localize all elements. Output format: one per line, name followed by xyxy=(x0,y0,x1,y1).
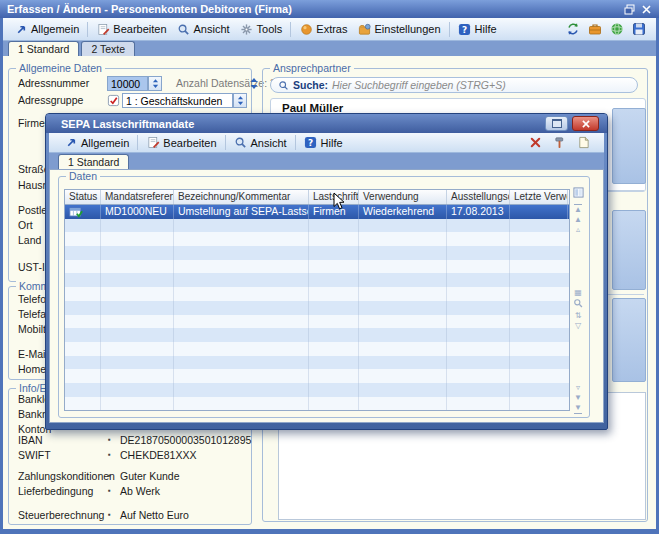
column-header-4[interactable]: Verwendung xyxy=(359,190,447,204)
move-up-icon[interactable]: ▲ xyxy=(574,215,582,225)
go-last-icon[interactable]: ▼ xyxy=(574,403,582,414)
hammer-icon[interactable] xyxy=(552,136,566,150)
move-down-icon[interactable]: ▼ xyxy=(574,393,582,403)
table-row-empty[interactable] xyxy=(65,287,569,301)
table-cell xyxy=(309,315,359,329)
edit-check-icon[interactable] xyxy=(106,93,120,107)
close-icon[interactable] xyxy=(642,5,651,14)
menu-einstellungen[interactable]: Einstellungen xyxy=(352,20,445,38)
menu-label: Tools xyxy=(257,23,283,35)
go-first-icon[interactable]: ▲ xyxy=(574,204,582,215)
table-row-empty[interactable] xyxy=(65,356,569,370)
table-row-empty[interactable] xyxy=(65,260,569,274)
table-cell xyxy=(359,369,447,383)
table-cell xyxy=(447,397,510,411)
table-cell xyxy=(174,246,309,260)
table-cell xyxy=(65,260,101,274)
grid-icon[interactable]: ▦ xyxy=(574,288,582,298)
sort-icon[interactable]: ⇅ xyxy=(575,311,582,321)
adressgruppe-value: 1 : Geschäftskunden xyxy=(126,95,222,107)
dialog-toolbar: AllgemeinBearbeitenAnsicht?Hilfe xyxy=(49,133,604,153)
globe-icon[interactable] xyxy=(610,22,624,36)
zoom-search-icon[interactable] xyxy=(573,298,583,311)
table-cell xyxy=(65,246,101,260)
menu-tools[interactable]: Tools xyxy=(235,20,288,38)
column-header-0[interactable]: Status xyxy=(65,190,101,204)
table-row-empty[interactable] xyxy=(65,273,569,287)
adressgruppe-label: Adressgruppe xyxy=(18,94,83,106)
adressnummer-input[interactable]: 10000 xyxy=(107,76,148,91)
column-chooser-icon[interactable] xyxy=(573,187,584,201)
table-row-empty[interactable] xyxy=(65,397,569,411)
table-cell xyxy=(309,356,359,370)
table-row-empty[interactable] xyxy=(65,315,569,329)
menu-hilfe[interactable]: ?Hilfe xyxy=(299,134,348,152)
bullet-icon: ▪ xyxy=(108,486,111,495)
table-row-empty[interactable] xyxy=(65,369,569,383)
menu-ansicht[interactable]: Ansicht xyxy=(229,134,292,152)
menu-bearbeiten[interactable]: Bearbeiten xyxy=(141,134,221,152)
table-row-empty[interactable] xyxy=(65,232,569,246)
adressgruppe-select[interactable]: 1 : Geschäftskunden xyxy=(122,93,233,108)
splitter-icon[interactable] xyxy=(250,76,258,94)
table-cell xyxy=(309,369,359,383)
adressnummer-spinner[interactable] xyxy=(148,76,162,91)
table-cell xyxy=(359,232,447,246)
filter-icon[interactable]: ▽ xyxy=(575,321,581,331)
delete-icon[interactable] xyxy=(528,136,542,150)
group-daten: Daten StatusMandatsreferenzBezeichnung/K… xyxy=(58,176,590,418)
table-cell xyxy=(510,369,568,383)
table-cell xyxy=(174,232,309,246)
table-row-empty[interactable] xyxy=(65,328,569,342)
table-row-selected[interactable]: MD1000NEUUmstellung auf SEPA-Lastschrift… xyxy=(65,205,569,219)
table-header-row: StatusMandatsreferenzBezeichnung/Komment… xyxy=(65,190,569,205)
column-header-5[interactable]: Ausstellungsdatum xyxy=(447,190,510,204)
go-prev-icon[interactable]: ▵ xyxy=(576,225,580,235)
table-cell xyxy=(101,232,174,246)
dialog-tab-standard[interactable]: 1 Standard xyxy=(58,154,129,169)
table-cell xyxy=(309,260,359,274)
save-icon[interactable] xyxy=(632,22,646,36)
briefcase-icon[interactable] xyxy=(588,22,602,36)
table-row-empty[interactable] xyxy=(65,246,569,260)
menu-hilfe[interactable]: ?Hilfe xyxy=(453,20,502,38)
tab-texte[interactable]: 2 Texte xyxy=(81,41,135,56)
new-document-icon[interactable] xyxy=(576,136,590,150)
table-cell xyxy=(101,301,174,315)
menu-ansicht[interactable]: Ansicht xyxy=(172,20,235,38)
steuerberechnung-value: Auf Netto Euro xyxy=(120,509,189,521)
menu-allgemein[interactable]: Allgemein xyxy=(59,134,134,152)
table-row-empty[interactable] xyxy=(65,301,569,315)
column-header-2[interactable]: Bezeichnung/Kommentar xyxy=(174,190,309,204)
table-row-empty[interactable] xyxy=(65,342,569,356)
close-icon[interactable] xyxy=(572,116,599,131)
tab-standard[interactable]: 1 Standard xyxy=(8,41,79,56)
restore-icon[interactable] xyxy=(624,4,635,15)
minimize-icon[interactable] xyxy=(545,116,568,131)
einstellungen-icon xyxy=(357,22,371,36)
menu-extras[interactable]: Extras xyxy=(294,20,352,38)
sync-icon[interactable] xyxy=(566,22,580,36)
bullet-icon: ▪ xyxy=(108,435,111,444)
table-cell: MD1000NEU xyxy=(101,205,174,219)
column-header-1[interactable]: Mandatsreferenz xyxy=(101,190,174,204)
allgemein-icon xyxy=(14,22,28,36)
adressgruppe-dropdown-button[interactable] xyxy=(233,93,247,108)
table-cell xyxy=(510,383,568,397)
column-header-6[interactable]: Letzte Verwendung xyxy=(510,190,568,204)
mouse-cursor xyxy=(333,192,345,214)
table-cell xyxy=(447,301,510,315)
table-cell xyxy=(510,219,568,233)
table-cell xyxy=(447,260,510,274)
menu-bearbeiten[interactable]: Bearbeiten xyxy=(91,20,171,38)
table-row-empty[interactable] xyxy=(65,383,569,397)
table-row-empty[interactable] xyxy=(65,219,569,233)
mandate-table: StatusMandatsreferenzBezeichnung/Komment… xyxy=(64,189,570,411)
go-next-icon[interactable]: ▿ xyxy=(576,383,580,393)
menu-allgemein[interactable]: Allgemein xyxy=(9,20,84,38)
table-cell xyxy=(101,260,174,274)
extras-icon xyxy=(299,22,313,36)
lieferbedingung-value: Ab Werk xyxy=(120,485,160,497)
contact-search-input[interactable]: Suche: Hier Suchbegriff eingeben (STRG+S… xyxy=(270,77,638,93)
table-cell xyxy=(359,287,447,301)
